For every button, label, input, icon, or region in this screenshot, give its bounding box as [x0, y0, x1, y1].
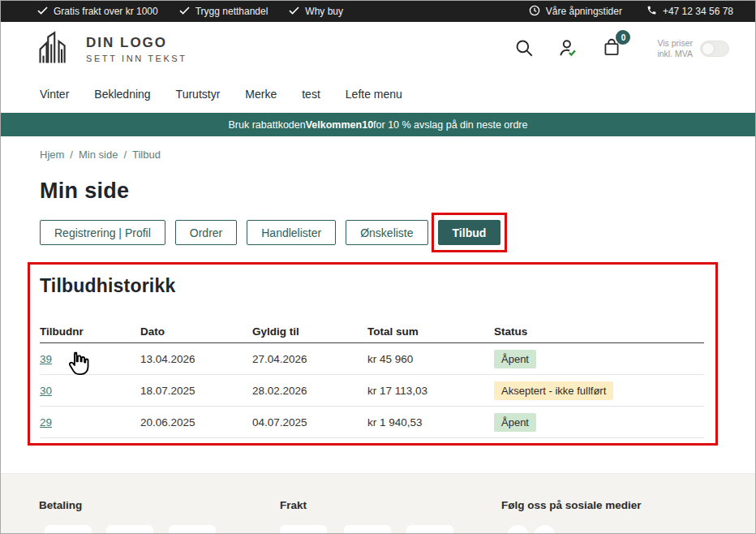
- offer-date: 20.06.2025: [140, 416, 252, 428]
- offer-total: kr 17 113,03: [367, 385, 494, 397]
- usp-label: Trygg netthandel: [195, 6, 268, 17]
- nav-item-vinter[interactable]: Vinter: [40, 88, 69, 101]
- offer-link-29[interactable]: 29: [40, 416, 52, 428]
- site-header: DIN LOGO SETT INN TEKST 0 Vis priser ink…: [1, 22, 755, 75]
- offer-total: kr 1 940,53: [367, 416, 494, 428]
- tab-onskeliste[interactable]: Ønskeliste: [346, 220, 427, 245]
- offer-valid-until: 28.02.2026: [252, 385, 367, 397]
- offer-total: kr 45 960: [367, 353, 494, 365]
- payment-icon: [45, 525, 92, 534]
- site-footer: Betaling Frakt Følg oss på sosiale medie…: [1, 473, 755, 533]
- usp-label: Why buy: [305, 6, 343, 17]
- breadcrumb-separator: /: [123, 149, 127, 161]
- browser-window: Gratis frakt over kr 1000 Trygg netthand…: [0, 0, 756, 534]
- col-dato: Dato: [140, 325, 252, 338]
- payment-icon: [106, 525, 153, 534]
- usp-free-shipping: Gratis frakt over kr 1000: [37, 6, 158, 17]
- offer-date: 13.04.2026: [140, 353, 252, 365]
- social-icon[interactable]: [534, 525, 556, 534]
- main-nav: Vinter Bekledning Turutstyr Merke test L…: [1, 75, 755, 113]
- table-header-row: Tilbudnr Dato Gyldig til Total sum Statu…: [40, 321, 704, 343]
- breadcrumb-separator: /: [70, 149, 73, 161]
- cart-button[interactable]: 0: [601, 37, 622, 61]
- col-tilbudnr: Tilbudnr: [40, 325, 140, 338]
- nav-item-lefte-menu[interactable]: Lefte menu: [346, 88, 402, 101]
- breadcrumb: Hjem / Min side / Tilbud: [40, 136, 716, 161]
- top-utility-bar: Gratis frakt over kr 1000 Trygg netthand…: [1, 1, 755, 22]
- account-button[interactable]: [556, 37, 579, 62]
- shipping-icon: [280, 525, 327, 534]
- table-row: 29 20.06.2025 04.07.2025 kr 1 940,53 Åpe…: [40, 407, 704, 438]
- status-badge: Åpent: [494, 350, 536, 368]
- tab-handlelister[interactable]: Handlelister: [247, 220, 336, 245]
- promo-text-prefix: Bruk rabattkoden: [229, 119, 306, 131]
- table-row: 30 18.07.2025 28.02.2026 kr 17 113,03 Ak…: [40, 375, 704, 407]
- promo-text-suffix: for 10 % avslag på din neste ordre: [373, 119, 527, 131]
- footer-heading-social: Følg oss på sosiale medier: [501, 499, 642, 511]
- nav-item-test[interactable]: test: [302, 88, 320, 101]
- account-tabs: Registrering | Profil Ordrer Handleliste…: [40, 220, 716, 245]
- nav-item-turutstyr[interactable]: Turutstyr: [176, 88, 221, 101]
- annotation-box-tab: Tilbud: [438, 220, 501, 245]
- promo-banner: Bruk rabattkoden Velkommen10 for 10 % av…: [1, 113, 755, 136]
- phone-number: +47 12 34 56 78: [663, 6, 733, 17]
- opening-hours-link[interactable]: Våre åpningstider: [529, 5, 622, 19]
- status-badge: Akseptert - ikke fullført: [494, 381, 613, 400]
- usp-safe-shopping: Trygg netthandel: [179, 6, 268, 17]
- section-title: Tilbudhistorikk: [40, 275, 704, 297]
- social-icon[interactable]: [507, 525, 529, 534]
- col-gyldig-til: Gyldig til: [252, 325, 367, 338]
- shipping-icon: [406, 525, 453, 534]
- payment-icon: [169, 525, 216, 534]
- tab-tilbud[interactable]: Tilbud: [438, 220, 501, 245]
- offer-date: 18.07.2025: [140, 385, 252, 397]
- check-icon: [37, 6, 48, 17]
- vat-toggle[interactable]: [700, 41, 729, 57]
- main-content: Hjem / Min side / Tilbud Min side Regist…: [1, 136, 755, 446]
- tab-registrering-profil[interactable]: Registrering | Profil: [40, 220, 165, 245]
- shipping-icon: [344, 525, 391, 534]
- status-badge: Åpent: [494, 413, 536, 432]
- offer-link-30[interactable]: 30: [40, 385, 52, 397]
- usp-why-buy: Why buy: [289, 6, 343, 17]
- page-title: Min side: [40, 179, 716, 204]
- offer-history-section: Tilbudhistorikk Tilbudnr Dato Gyldig til…: [28, 262, 718, 446]
- nav-item-bekledning[interactable]: Bekledning: [94, 88, 150, 101]
- logo-title: DIN LOGO: [86, 35, 187, 51]
- opening-hours-label: Våre åpningstider: [546, 6, 622, 17]
- phone-link[interactable]: +47 12 34 56 78: [646, 5, 733, 19]
- breadcrumb-min-side[interactable]: Min side: [79, 149, 118, 161]
- search-button[interactable]: [513, 37, 535, 61]
- toggle-knob: [702, 43, 714, 54]
- tab-ordrer[interactable]: Ordrer: [175, 220, 237, 245]
- nav-item-merke[interactable]: Merke: [245, 88, 277, 101]
- offer-valid-until: 04.07.2025: [252, 416, 367, 428]
- table-row: 39 13.04.2026 27.04.2026 kr 45 960 Åpent: [40, 343, 704, 375]
- logo[interactable]: DIN LOGO SETT INN TEKST: [37, 30, 187, 67]
- logo-subtitle: SETT INN TEKST: [86, 54, 187, 63]
- phone-icon: [646, 5, 657, 18]
- offer-valid-until: 27.04.2026: [252, 353, 367, 365]
- price-toggle-label: Vis priser inkl. MVA: [657, 38, 693, 59]
- check-icon: [289, 6, 299, 17]
- offer-history-table: Tilbudnr Dato Gyldig til Total sum Statu…: [40, 321, 704, 438]
- col-total-sum: Total sum: [367, 325, 494, 338]
- cart-count-badge: 0: [616, 30, 630, 45]
- offer-link-39[interactable]: 39: [40, 353, 52, 365]
- search-icon: [513, 37, 535, 61]
- check-icon: [179, 6, 190, 17]
- breadcrumb-tilbud: Tilbud: [132, 149, 161, 161]
- promo-code: Velkommen10: [306, 119, 373, 131]
- clock-icon: [529, 5, 540, 19]
- usp-label: Gratis frakt over kr 1000: [54, 6, 158, 17]
- col-status: Status: [494, 325, 704, 338]
- footer-heading-payment: Betaling: [39, 499, 82, 511]
- footer-heading-shipping: Frakt: [280, 499, 307, 511]
- user-check-icon: [556, 37, 579, 62]
- breadcrumb-home[interactable]: Hjem: [40, 149, 64, 161]
- logo-icon: [37, 30, 75, 67]
